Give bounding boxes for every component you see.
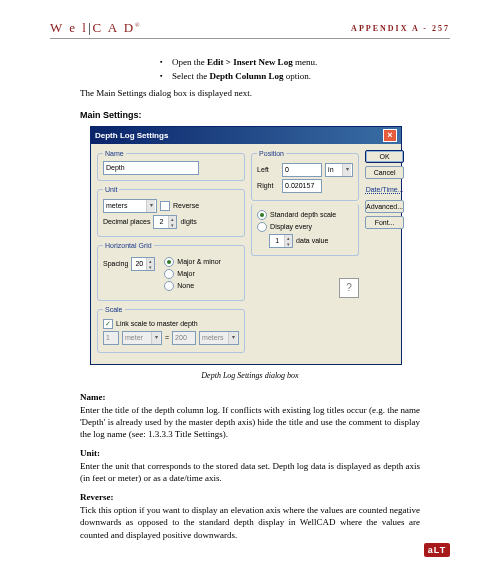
scale-group: Scale ✓ Link scale to master depth 1 met… bbox=[97, 306, 245, 353]
unit-group: Unit meters Reverse Decimal places 2 ▴▾ bbox=[97, 186, 245, 237]
scale-num2: 200 bbox=[172, 331, 196, 345]
link-scale-checkbox[interactable]: ✓ bbox=[103, 319, 113, 329]
horizontal-grid-group: Horizontal Grid Spacing 20 ▴▾ bbox=[97, 242, 245, 301]
wellcad-logo: W e l|C A D® bbox=[50, 20, 142, 36]
grid-major-radio[interactable] bbox=[164, 269, 174, 279]
grid-major-minor-radio[interactable] bbox=[164, 257, 174, 267]
instruction-list: Open the Edit > Insert New Log menu. Sel… bbox=[120, 57, 450, 81]
right-input[interactable]: 0.020157 bbox=[282, 179, 322, 193]
datetime-link[interactable]: Date/Time... bbox=[365, 186, 404, 193]
figure-caption: Depth Log Settings dialog box bbox=[50, 371, 450, 380]
list-item: Select the Depth Column Log option. bbox=[160, 71, 450, 81]
name-group: Name Depth bbox=[97, 150, 245, 181]
reverse-checkbox[interactable] bbox=[160, 201, 170, 211]
dialog-title: Depth Log Settings bbox=[95, 131, 168, 140]
term-name: Name: bbox=[80, 392, 450, 402]
left-input[interactable]: 0 bbox=[282, 163, 322, 177]
term-reverse: Reverse: bbox=[80, 492, 450, 502]
para-reverse: Tick this option if you want to display … bbox=[80, 504, 420, 540]
para-name: Enter the title of the depth column log.… bbox=[80, 404, 420, 440]
help-icon[interactable]: ? bbox=[339, 278, 359, 298]
scale-unit2: meters bbox=[199, 331, 239, 345]
grid-none-radio[interactable] bbox=[164, 281, 174, 291]
dialog-titlebar[interactable]: Depth Log Settings × bbox=[91, 127, 401, 144]
scale-num1: 1 bbox=[103, 331, 119, 345]
display-every-stepper[interactable]: 1 ▴▾ bbox=[269, 234, 293, 248]
intro-text: The Main Settings dialog box is displaye… bbox=[80, 87, 450, 100]
main-settings-heading: Main Settings: bbox=[80, 110, 450, 120]
page-header: W e l|C A D® APPENDIX A - 257 bbox=[50, 20, 450, 39]
display-options-group: Standard depth scale Display every 1 ▴▾ … bbox=[251, 204, 359, 256]
list-item: Open the Edit > Insert New Log menu. bbox=[160, 57, 450, 67]
close-icon[interactable]: × bbox=[383, 129, 397, 142]
cancel-button[interactable]: Cancel bbox=[365, 166, 404, 179]
display-every-radio[interactable] bbox=[257, 222, 267, 232]
pos-unit-combo[interactable]: in bbox=[325, 163, 353, 177]
scale-unit1: meter bbox=[122, 331, 162, 345]
position-group: Position Left 0 in Right 0.020157 bbox=[251, 150, 359, 201]
alt-logo: aLT bbox=[424, 543, 450, 557]
para-unit: Enter the unit that corresponds to the s… bbox=[80, 460, 420, 484]
term-unit: Unit: bbox=[80, 448, 450, 458]
font-button[interactable]: Font... bbox=[365, 216, 404, 229]
ok-button[interactable]: OK bbox=[365, 150, 404, 163]
name-input[interactable]: Depth bbox=[103, 161, 199, 175]
decimal-places-stepper[interactable]: 2 ▴▾ bbox=[153, 215, 177, 229]
unit-combo[interactable]: meters bbox=[103, 199, 157, 213]
standard-scale-radio[interactable] bbox=[257, 210, 267, 220]
appendix-label: APPENDIX A - 257 bbox=[351, 24, 450, 33]
spacing-stepper[interactable]: 20 ▴▾ bbox=[131, 257, 155, 271]
advanced-button[interactable]: Advanced... bbox=[365, 200, 404, 213]
depth-log-settings-dialog: Depth Log Settings × Name Depth Unit met… bbox=[90, 126, 402, 365]
